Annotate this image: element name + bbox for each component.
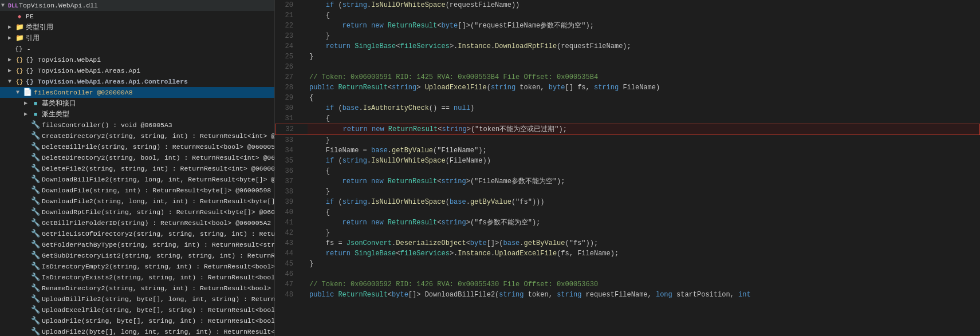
line-content: return SingleBase<fileServices>.Instance… — [307, 248, 980, 259]
tree-item-m15[interactable]: 🔧IsDirectoryExists2(string, string, int)… — [0, 272, 274, 283]
line-content: return new ReturnResult<string>("fs参数不能为… — [307, 218, 980, 228]
tree-label: 派生类型 — [42, 109, 69, 119]
tree-label: UploadBillFile2(string, byte[], long, in… — [42, 294, 275, 304]
tree-label: GetSubDirectoryList2(string, string, str… — [42, 251, 275, 260]
line-gutter — [299, 93, 307, 103]
tree-item-m12[interactable]: 🔧GetFolderPathByType(string, string, int… — [0, 239, 274, 250]
tree-item-m13[interactable]: 🔧GetSubDirectoryList2(string, string, st… — [0, 250, 274, 261]
tree-item-m18[interactable]: 🔧UploadExcelFile(string, byte[], string)… — [0, 305, 274, 315]
tree-item-m9[interactable]: 🔧DownloadRptFile(string, string) : Retur… — [0, 207, 274, 218]
code-line-39: 39 if (string.IsNullOrWhiteSpace(base.ge… — [275, 197, 980, 207]
tree-item-m14[interactable]: 🔧IsDirectoryEmpty2(string, string, int) … — [0, 261, 274, 272]
tree-item-m8[interactable]: 🔧DownloadFile2(string, long, int, int) :… — [0, 196, 274, 207]
tree-icon-folder: 📁 — [15, 23, 24, 32]
tree-label: DeleteBillFile(string, string) : ReturnR… — [42, 142, 275, 152]
line-content: } — [307, 187, 980, 197]
tree-arrow — [24, 109, 31, 119]
line-content: if (string.IsNullOrWhiteSpace(requestFil… — [307, 0, 980, 10]
tree-item-m16[interactable]: 🔧RenameDirectory2(string, string, int) :… — [0, 283, 274, 294]
code-line-29: 29{ — [275, 93, 980, 103]
tree-icon-method: 🔧 — [31, 317, 40, 326]
line-number: 24 — [275, 41, 299, 52]
tree-icon-method: 🔧 — [31, 230, 40, 239]
code-line-35: 35 if (string.IsNullOrWhiteSpace(FileNam… — [275, 156, 980, 166]
line-number: 34 — [275, 145, 299, 156]
tree-label: UploadFile(string, byte[], string, int) … — [42, 316, 275, 326]
tree-item-m10[interactable]: 🔧GetBillFileFolderID(string) : ReturnRes… — [0, 218, 274, 228]
tree-item-m7[interactable]: 🔧DownloadFile(string, int) : ReturnResul… — [0, 185, 274, 196]
line-content: } — [307, 31, 980, 41]
line-number: 32 — [275, 124, 300, 135]
line-gutter — [300, 124, 308, 135]
tree-item-m20[interactable]: 🔧UploadFile2(byte[], long, int, string, … — [0, 326, 274, 336]
tree-item-empty[interactable]: {} - — [0, 44, 274, 54]
tree-label: {} TopVision.WebApi.Areas.Api.Controller… — [26, 77, 188, 86]
line-gutter — [299, 62, 307, 72]
code-line-32: 32 return new ReturnResult<string>("toke… — [275, 124, 980, 135]
tree-icon-method: 🔧 — [31, 186, 40, 195]
tree-item-m11[interactable]: 🔧GetFileListOfDirectory2(string, string,… — [0, 228, 274, 239]
tree-label: DownloadBillFile2(string, long, int, Ret… — [42, 175, 275, 184]
code-line-31: 31 { — [275, 113, 980, 124]
line-gutter — [299, 166, 307, 176]
tree-item-ns-areas-api-ctrl[interactable]: {}{} TopVision.WebApi.Areas.Api.Controll… — [0, 76, 274, 87]
line-number: 30 — [275, 103, 299, 113]
line-content: } — [307, 135, 980, 145]
code-line-23: 23 } — [275, 31, 980, 41]
tree-item-m17[interactable]: 🔧UploadBillFile2(string, byte[], long, i… — [0, 294, 274, 305]
tree-item-derived[interactable]: ■派生类型 — [0, 109, 274, 120]
tree-icon-method: 🔧 — [31, 284, 40, 293]
tree-item-ns-areas-api[interactable]: {}{} TopVision.WebApi.Areas.Api — [0, 65, 274, 76]
tree-icon-method: 🔧 — [31, 306, 40, 315]
code-line-21: 21 { — [275, 10, 980, 21]
tree-icon-prop: ◆ — [15, 12, 24, 21]
line-gutter — [299, 10, 307, 21]
tree-arrow — [8, 22, 15, 32]
line-gutter — [299, 41, 307, 52]
code-line-42: 42 } — [275, 228, 980, 238]
tree-item-m6[interactable]: 🔧DownloadBillFile2(string, long, int, Re… — [0, 174, 274, 185]
tree-item-bases[interactable]: ■基类和接口 — [0, 98, 274, 109]
line-number: 42 — [275, 228, 299, 238]
tree-icon-ns: {} — [15, 77, 24, 86]
line-content: } — [307, 259, 980, 269]
line-content: if (string.IsNullOrWhiteSpace(base.getBy… — [307, 197, 980, 207]
tree-item-pe[interactable]: ◆PE — [0, 11, 274, 22]
code-line-33: 33 } — [275, 135, 980, 145]
code-line-26: 26 — [275, 62, 980, 72]
line-content: { — [307, 93, 980, 103]
line-number: 43 — [275, 238, 299, 248]
tree-item-m19[interactable]: 🔧UploadFile(string, byte[], string, int)… — [0, 315, 274, 326]
line-number: 40 — [275, 207, 299, 218]
tree-icon-method: 🔧 — [31, 327, 40, 337]
tree-label: RenameDirectory2(string, string, int) : … — [42, 283, 275, 293]
line-number: 27 — [275, 72, 299, 82]
tree-icon-method: 🔧 — [31, 143, 40, 152]
tree-item-m1[interactable]: 🔧filesController() : void @06005A3 — [0, 120, 274, 131]
tree-icon-method: 🔧 — [31, 262, 40, 271]
line-content: } — [307, 228, 980, 238]
line-gutter — [299, 279, 307, 290]
tree-item-m5[interactable]: 🔧DeleteFile2(string, string, int) : Retu… — [0, 163, 274, 174]
line-gutter — [299, 21, 307, 31]
code-line-28: 28public ReturnResult<string> UploadExce… — [275, 82, 980, 93]
code-panel[interactable]: 20 if (string.IsNullOrWhiteSpace(request… — [275, 0, 980, 336]
tree-label: GetFolderPathByType(string, string, int)… — [42, 240, 275, 250]
tree-label: GetBillFileFolderID(string) : ReturnResu… — [42, 218, 271, 228]
tree-icon-dll: DLL — [8, 1, 17, 10]
tree-item-typesref[interactable]: 📁类型引用 — [0, 22, 274, 33]
tree-item-dll[interactable]: DLLTopVision.WebApi.dll — [0, 0, 274, 11]
tree-item-refs[interactable]: 📁引用 — [0, 33, 274, 44]
tree-label: IsDirectoryExists2(string, string, int) … — [42, 272, 275, 282]
line-content: return new ReturnResult<string>("FileNam… — [307, 176, 980, 187]
code-line-37: 37 return new ReturnResult<string>("File… — [275, 176, 980, 187]
left-panel[interactable]: DLLTopVision.WebApi.dll◆PE📁类型引用📁引用{} -{}… — [0, 0, 275, 336]
tree-item-filesController[interactable]: 📄filesController @020000A8 — [0, 87, 274, 98]
tree-item-m2[interactable]: 🔧CreateDirectory2(string, string, int) :… — [0, 131, 274, 141]
line-content: if (string.IsNullOrWhiteSpace(FileName)) — [307, 156, 980, 166]
tree-item-ns-webapi[interactable]: {}{} TopVision.WebApi — [0, 54, 274, 65]
code-line-47: 47// Token: 0x06000592 RID: 1426 RVA: 0x… — [275, 279, 980, 290]
tree-item-m4[interactable]: 🔧DeleteDirectory2(string, bool, int) : R… — [0, 152, 274, 163]
tree-item-m3[interactable]: 🔧DeleteBillFile(string, string) : Return… — [0, 141, 274, 152]
code-line-34: 34 FileName = base.getByValue("FileName"… — [275, 145, 980, 156]
